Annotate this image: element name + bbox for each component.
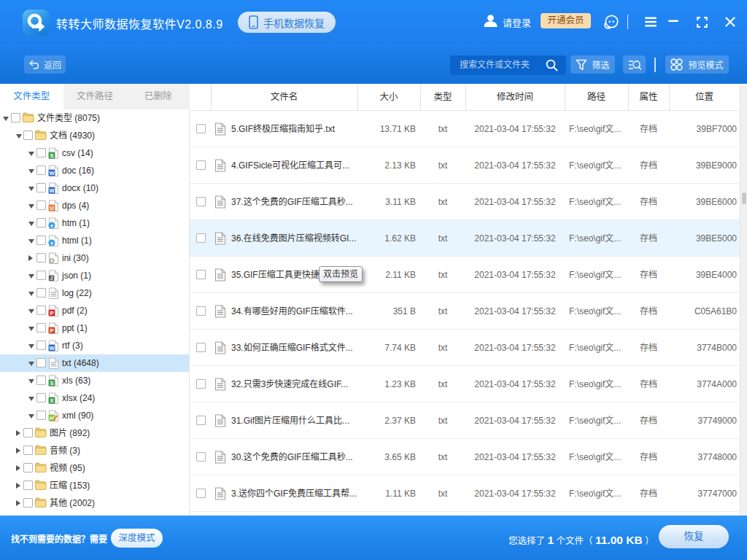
- svg-text:W: W: [49, 170, 55, 176]
- svg-text:W: W: [49, 187, 55, 194]
- svg-text:P: P: [50, 327, 53, 334]
- svg-text:X: X: [50, 397, 53, 404]
- svg-text:J: J: [50, 276, 53, 281]
- svg-text:U: U: [50, 205, 53, 211]
- svg-text:e: e: [50, 240, 53, 246]
- svg-text:e: e: [50, 222, 53, 229]
- svg-text:W: W: [49, 345, 55, 351]
- svg-text:P: P: [50, 310, 53, 316]
- svg-text:S: S: [50, 380, 53, 386]
- svg-text:S: S: [50, 152, 53, 159]
